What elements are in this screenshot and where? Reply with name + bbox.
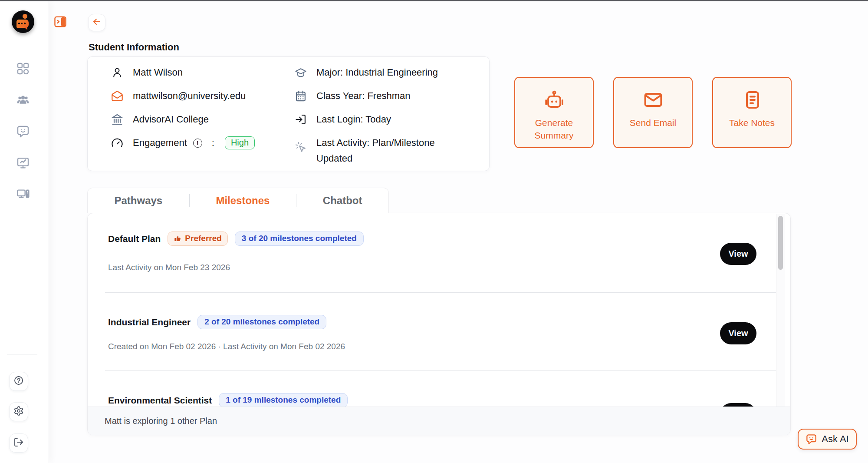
analytics-icon <box>16 164 30 171</box>
tab-pathways[interactable]: Pathways <box>88 188 189 213</box>
student-college: AdvisorAI College <box>133 114 209 125</box>
graduation-cap-icon <box>295 66 307 79</box>
plan-title: Industrial Engineer <box>108 317 191 327</box>
take-notes-button[interactable]: Take Notes <box>712 77 792 148</box>
take-notes-label: Take Notes <box>724 116 780 129</box>
students-icon <box>16 101 30 108</box>
user-icon <box>111 66 123 79</box>
take-notes-icon <box>742 89 763 110</box>
workstation-icon <box>16 195 30 202</box>
logout-button[interactable] <box>9 433 28 453</box>
mail-open-icon <box>111 90 123 102</box>
student-college-row: AdvisorAI College <box>111 112 209 127</box>
sidebar-item-analytics[interactable] <box>16 156 30 170</box>
student-engagement-row: Engagement ! : High <box>111 135 255 151</box>
send-email-icon <box>643 89 664 110</box>
plan-row-environmental: Environmental Scientist 1 of 19 mileston… <box>108 393 348 407</box>
logout-icon <box>13 437 24 449</box>
settings-icon <box>13 406 24 418</box>
sidebar-toggle-button[interactable] <box>54 15 67 29</box>
preferred-badge: Preferred <box>168 232 228 246</box>
student-major: Major: Industrial Engineering <box>316 67 438 78</box>
student-lastlogin: Last Login: Today <box>316 114 391 125</box>
generate-summary-label: Generate Summary <box>526 116 582 142</box>
plan-meta: Last Activity on Mon Feb 23 2026 <box>108 263 230 272</box>
plan-title: Default Plan <box>108 234 161 244</box>
plan-row-industrial: Industrial Engineer 2 of 20 milestones c… <box>108 315 326 329</box>
info-icon[interactable]: ! <box>193 139 202 148</box>
scrollbar-track[interactable] <box>776 214 785 407</box>
tab-milestones[interactable]: Milestones <box>190 188 296 213</box>
sidebar-item-students[interactable] <box>16 93 30 107</box>
app-logo[interactable] <box>12 10 34 33</box>
view-button-default-plan[interactable]: View <box>720 243 756 265</box>
ask-ai-label: Ask AI <box>822 433 848 445</box>
plans-panel: Default Plan Preferred 3 of 20 milestone… <box>87 213 791 435</box>
student-lastactivity: Last Activity: Plan/Milestone Updated <box>316 135 460 166</box>
student-lastactivity-row: Last Activity: Plan/Milestone Updated <box>295 135 460 166</box>
panel-expand-icon <box>54 23 67 30</box>
thumbs-up-icon <box>174 235 181 242</box>
plan-row-default: Default Plan Preferred 3 of 20 milestone… <box>108 232 364 246</box>
back-button[interactable] <box>88 14 105 31</box>
window-top-edge <box>0 0 868 1</box>
settings-button[interactable] <box>9 402 28 421</box>
student-major-row: Major: Industrial Engineering <box>295 65 438 80</box>
logo-bot-head <box>23 14 27 19</box>
student-lastlogin-row: Last Login: Today <box>295 112 391 127</box>
ask-ai-button[interactable]: Ask AI <box>798 429 857 450</box>
logo-dots <box>18 23 27 24</box>
dashboard-icon <box>16 69 30 77</box>
send-email-label: Send Email <box>625 116 681 129</box>
engagement-label: Engagement <box>133 137 187 149</box>
sidebar-item-chat[interactable] <box>16 125 30 139</box>
plan-title: Environmental Scientist <box>108 395 212 406</box>
sidebar <box>0 1 49 463</box>
help-button[interactable] <box>9 372 28 391</box>
generate-summary-button[interactable]: Generate Summary <box>514 77 594 148</box>
student-name: Matt Wilson <box>133 67 183 78</box>
chat-smile-icon <box>806 433 817 445</box>
send-email-button[interactable]: Send Email <box>613 77 693 148</box>
milestones-badge: 2 of 20 milestones completed <box>197 315 326 329</box>
scrollbar-thumb[interactable] <box>778 216 783 270</box>
student-email-row: mattwilson@university.edu <box>111 88 246 104</box>
gauge-icon <box>111 137 123 149</box>
help-icon <box>13 375 24 387</box>
milestones-badge: 1 of 19 milestones completed <box>219 393 348 407</box>
plans-footer-bar: Matt is exploring 1 other Plan <box>88 407 790 435</box>
row-divider <box>105 292 776 293</box>
row-divider <box>105 370 776 371</box>
tab-chatbot[interactable]: Chatbot <box>296 188 388 213</box>
institution-icon <box>111 113 123 126</box>
student-email: mattwilson@university.edu <box>133 90 246 102</box>
chat-icon <box>16 132 30 140</box>
engagement-colon: : <box>212 137 214 149</box>
preferred-badge-label: Preferred <box>185 234 222 243</box>
milestones-badge: 3 of 20 milestones completed <box>235 232 364 246</box>
view-button-industrial-engineer[interactable]: View <box>720 322 756 344</box>
page-title: Student Information <box>89 42 179 53</box>
engagement-badge: High <box>225 136 255 149</box>
cursor-click-icon <box>295 141 307 153</box>
exploring-note: Matt is exploring 1 other Plan <box>105 416 217 426</box>
robot-icon <box>544 89 565 110</box>
student-name-row: Matt Wilson <box>111 65 183 80</box>
student-info-card: Matt Wilson mattwilson@university.edu Ad… <box>87 56 490 171</box>
login-icon <box>295 113 307 126</box>
app-window: Student Information Matt Wilson mattwils… <box>0 0 868 463</box>
tab-bar: Pathways Milestones Chatbot <box>87 188 389 213</box>
calendar-icon <box>295 90 307 102</box>
student-classyear: Class Year: Freshman <box>316 90 410 102</box>
plan-meta: Created on Mon Feb 02 2026 · Last Activi… <box>108 342 345 351</box>
student-classyear-row: Class Year: Freshman <box>295 88 410 104</box>
sidebar-divider <box>7 354 37 354</box>
arrow-left-icon <box>92 17 102 29</box>
sidebar-item-dashboard[interactable] <box>16 62 30 76</box>
sidebar-item-workstation[interactable] <box>16 187 30 201</box>
